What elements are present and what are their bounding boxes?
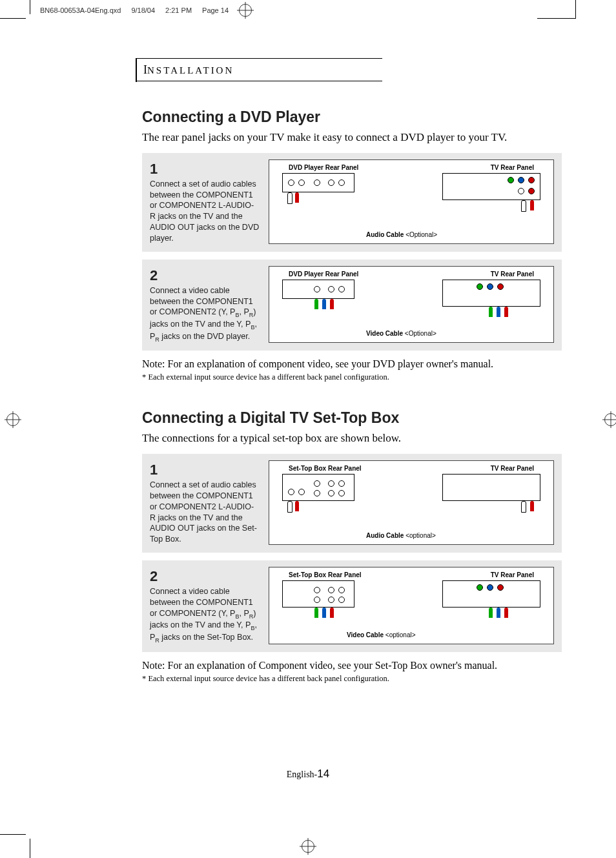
section2-title: Connecting a Digital TV Set-Top Box bbox=[142, 409, 562, 427]
plug-green bbox=[314, 299, 318, 309]
step-text: 2 Connect a video cable between the COMP… bbox=[150, 266, 260, 343]
plug-white bbox=[287, 501, 293, 513]
section-tab-label: INSTALLATION bbox=[143, 63, 234, 77]
step-number: 1 bbox=[150, 460, 260, 480]
crop-mark bbox=[30, 0, 30, 14]
dvd-panel bbox=[282, 173, 354, 192]
page: BN68-00653A-04Eng.qxd 9/18/04 2:21 PM Pa… bbox=[0, 0, 616, 858]
print-time: 2:21 PM bbox=[165, 6, 192, 14]
section1-title: Connecting a DVD Player bbox=[142, 108, 562, 126]
stb-panel bbox=[282, 580, 354, 608]
plug-green bbox=[314, 608, 318, 618]
crop-mark bbox=[0, 18, 26, 19]
plug-green bbox=[489, 608, 493, 618]
diagram-tv-label: TV Rear Panel bbox=[491, 271, 534, 278]
plug-white bbox=[521, 200, 526, 212]
section2-intro: The connections for a typical set-top bo… bbox=[142, 432, 562, 445]
crop-mark bbox=[30, 839, 30, 858]
step-text: 1 Connect a set of audio cables between … bbox=[150, 460, 260, 545]
section1-step1: 1 Connect a set of audio cables between … bbox=[142, 153, 562, 252]
cable-label: Video Cable <optional> bbox=[347, 631, 416, 638]
plug-red bbox=[530, 501, 534, 511]
cable-label: Audio Cable <optional> bbox=[366, 532, 436, 539]
diagram-tv-label: TV Rear Panel bbox=[491, 164, 534, 171]
plug-green bbox=[489, 307, 493, 317]
plug-red bbox=[504, 307, 508, 317]
crop-mark bbox=[0, 834, 26, 835]
cable-label: Video Cable <Optional> bbox=[366, 330, 436, 337]
plug-blue bbox=[322, 608, 326, 618]
footer-page: 14 bbox=[317, 768, 329, 780]
connection-diagram: DVD Player Rear Panel TV Rear Panel bbox=[269, 159, 554, 244]
plug-red bbox=[295, 501, 299, 511]
section2-subnote: * Each external input source device has … bbox=[142, 674, 562, 684]
registration-mark-icon bbox=[6, 413, 19, 426]
stb-panel bbox=[282, 474, 354, 501]
dvd-panel bbox=[282, 280, 354, 299]
tv-panel bbox=[442, 474, 540, 501]
connection-diagram: Set-Top Box Rear Panel TV Rear Panel bbox=[269, 567, 554, 644]
tv-panel bbox=[442, 280, 540, 307]
print-date: 9/18/04 bbox=[131, 6, 155, 14]
plug-blue bbox=[497, 608, 500, 618]
diagram-dvd-label: DVD Player Rear Panel bbox=[289, 164, 358, 171]
tv-panel bbox=[442, 580, 540, 608]
diagram-tv-label: TV Rear Panel bbox=[491, 465, 534, 472]
cable-label: Audio Cable <Optional> bbox=[366, 231, 437, 238]
plug-white bbox=[287, 192, 293, 204]
section1-intro: The rear panel jacks on your TV make it … bbox=[142, 131, 562, 144]
connection-diagram: Set-Top Box Rear Panel TV Rear Panel bbox=[269, 460, 554, 545]
plug-red bbox=[330, 299, 334, 309]
step-number: 2 bbox=[150, 266, 260, 285]
section1-subnote: * Each external input source device has … bbox=[142, 373, 562, 382]
registration-mark-icon bbox=[604, 413, 616, 426]
page-footer: English-14 bbox=[0, 768, 616, 781]
diagram-dvd-label: DVD Player Rear Panel bbox=[289, 271, 358, 278]
section2-note: Note: For an explanation of Component vi… bbox=[142, 660, 562, 671]
connection-diagram: DVD Player Rear Panel TV Rear Panel bbox=[269, 266, 554, 343]
section1-step2: 2 Connect a video cable between the COMP… bbox=[142, 260, 562, 351]
body: Connecting a DVD Player The rear panel j… bbox=[142, 108, 562, 684]
step-text: 1 Connect a set of audio cables between … bbox=[150, 159, 260, 244]
registration-mark-icon bbox=[302, 840, 314, 853]
content-area: INSTALLATION Connecting a DVD Player The… bbox=[58, 58, 562, 686]
section-tab: INSTALLATION bbox=[136, 58, 382, 81]
section2-step1: 1 Connect a set of audio cables between … bbox=[142, 454, 562, 553]
diagram-stb-label: Set-Top Box Rear Panel bbox=[289, 571, 362, 578]
diagram-tv-label: TV Rear Panel bbox=[491, 571, 534, 578]
print-header: BN68-00653A-04Eng.qxd 9/18/04 2:21 PM Pa… bbox=[40, 4, 252, 17]
step-text: 2 Connect a video cable between the COMP… bbox=[150, 567, 260, 644]
section2-step2: 2 Connect a video cable between the COMP… bbox=[142, 560, 562, 651]
tv-panel bbox=[442, 173, 540, 200]
section1-note: Note: For an explanation of component vi… bbox=[142, 358, 562, 370]
diagram-stb-label: Set-Top Box Rear Panel bbox=[289, 465, 362, 472]
step-number: 1 bbox=[150, 159, 260, 179]
plug-blue bbox=[322, 299, 326, 309]
plug-white bbox=[521, 501, 526, 513]
crop-mark bbox=[575, 0, 576, 18]
print-file: BN68-00653A-04Eng.qxd bbox=[40, 6, 121, 14]
step-number: 2 bbox=[150, 567, 260, 586]
print-page: Page 14 bbox=[202, 6, 229, 14]
plug-blue bbox=[497, 307, 500, 317]
plug-red bbox=[330, 608, 334, 618]
crop-mark bbox=[537, 18, 576, 19]
footer-lang: English- bbox=[287, 770, 317, 779]
plug-red bbox=[530, 200, 534, 210]
plug-red bbox=[295, 192, 299, 203]
registration-mark-icon bbox=[239, 4, 252, 17]
plug-red bbox=[504, 608, 508, 618]
